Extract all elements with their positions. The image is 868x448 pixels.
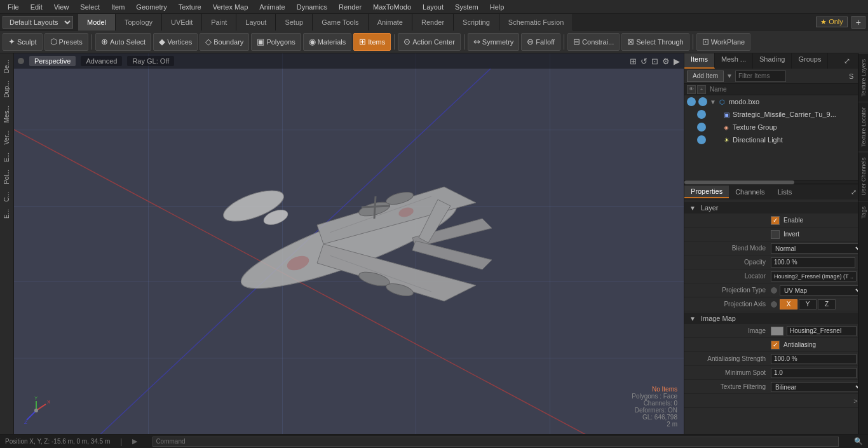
axis-z-input[interactable]	[818, 299, 836, 309]
min-spot-input[interactable]	[771, 368, 857, 378]
left-tab-mesh[interactable]: Mes...	[1, 102, 12, 126]
add-layout-button[interactable]: +	[851, 16, 865, 29]
menu-texture[interactable]: Texture	[173, 2, 207, 12]
item-name[interactable]: Texture Group	[733, 123, 777, 131]
col-plus-icon[interactable]: +	[697, 85, 706, 94]
viewport[interactable]: Perspective Advanced Ray GL: Off ⊞ ↺ ⊡ ⚙…	[14, 53, 684, 434]
left-tab-e[interactable]: E...	[1, 149, 12, 166]
materials-button[interactable]: ◉ Materials	[303, 33, 352, 51]
vtab-texture-layers[interactable]: Texture Layers	[858, 53, 868, 102]
opacity-input[interactable]	[771, 257, 855, 268]
item-name[interactable]: Strategic_Missile_Carrier_Tu_9...	[733, 111, 836, 118]
layout-tab-render[interactable]: Render	[412, 14, 454, 31]
items-button[interactable]: ⊞ Items	[353, 33, 391, 51]
item-visibility2[interactable]	[698, 97, 707, 106]
menu-select[interactable]: Select	[75, 2, 105, 12]
items-tab-shading[interactable]: Shading	[753, 53, 792, 69]
menu-animate[interactable]: Animate	[254, 2, 290, 12]
list-item[interactable]: ▣ Strategic_Missile_Carrier_Tu_9...	[695, 108, 868, 121]
enable-checkbox[interactable]: ✓	[771, 216, 780, 225]
proj-axis-icon[interactable]	[771, 301, 777, 308]
symmetry-button[interactable]: ⇔ Symmetry	[468, 33, 520, 51]
boundary-button[interactable]: ◇ Boundary	[200, 33, 249, 51]
vtab-user-channels[interactable]: User Channels	[858, 152, 868, 201]
status-arrow-icon[interactable]: ▶	[132, 437, 137, 445]
menu-file[interactable]: File	[3, 2, 24, 12]
vtab-tags[interactable]: Tags	[858, 201, 868, 224]
menu-layout[interactable]: Layout	[417, 2, 449, 12]
axis-x-input[interactable]	[780, 299, 797, 309]
layout-tab-setup[interactable]: Setup	[276, 14, 313, 31]
vtab-texture-locator[interactable]: Texture Locator	[858, 102, 868, 152]
list-item[interactable]: ☀ Directional Light	[695, 133, 868, 146]
action-center-button[interactable]: ⊙ Action Center	[398, 33, 461, 51]
viewport-tab-advanced[interactable]: Advanced	[81, 56, 122, 66]
texture-filtering-select[interactable]: Bilinear	[771, 382, 864, 392]
menu-view[interactable]: View	[49, 2, 74, 12]
layout-tab-uvedit[interactable]: UVEdit	[162, 14, 202, 31]
item-name[interactable]: Directional Light	[733, 136, 783, 144]
layout-tab-layout[interactable]: Layout	[236, 14, 276, 31]
props-tab-channels[interactable]: Channels	[729, 186, 771, 198]
list-item[interactable]: ◈ Texture Group	[695, 121, 868, 133]
layout-tab-scripting[interactable]: Scripting	[454, 14, 499, 31]
falloff-button[interactable]: ⊖ Falloff	[521, 33, 560, 51]
menu-maxtomodo[interactable]: MaxToModo	[368, 2, 416, 12]
layout-dropdown[interactable]: Default Layouts	[3, 16, 73, 29]
command-input[interactable]	[153, 437, 839, 447]
left-tab-ver[interactable]: Ver...	[1, 126, 12, 149]
sculpt-button[interactable]: ✦ Sculpt	[3, 33, 43, 51]
item-visibility[interactable]	[697, 123, 706, 132]
left-tab-dup[interactable]: Dup...	[1, 77, 12, 102]
props-tab-lists[interactable]: Lists	[771, 186, 799, 198]
items-expand-icon[interactable]: ⤢	[840, 55, 854, 67]
workplane-button[interactable]: ⊡ WorkPlane	[696, 33, 751, 51]
layout-tab-gametools[interactable]: Game Tools	[313, 14, 369, 31]
aa-strength-input[interactable]	[771, 354, 857, 364]
menu-system[interactable]: System	[450, 2, 484, 12]
menu-vertex-map[interactable]: Vertex Map	[208, 2, 254, 12]
items-s-icon[interactable]: S	[847, 72, 855, 81]
menu-item[interactable]: Item	[106, 2, 130, 12]
constrai-button[interactable]: ⊟ Constrai...	[567, 33, 620, 51]
vertices-button[interactable]: ◆ Vertices	[153, 33, 198, 51]
left-tab-e2[interactable]: E...	[1, 205, 12, 222]
col-eye-icon[interactable]: 👁	[687, 85, 696, 94]
proj-type-icon[interactable]	[771, 287, 777, 294]
viewport-icon-frame[interactable]: ⊡	[651, 57, 658, 66]
viewport-icon-rotate[interactable]: ↺	[641, 57, 648, 66]
item-name[interactable]: modo.bxo	[729, 98, 759, 105]
layout-tab-model[interactable]: Model	[78, 14, 116, 31]
status-search-icon[interactable]: 🔍	[854, 437, 863, 445]
menu-edit[interactable]: Edit	[25, 2, 48, 12]
layout-tab-animate[interactable]: Animate	[369, 14, 412, 31]
viewport-tab-raygl[interactable]: Ray GL: Off	[127, 56, 174, 66]
dropdown-arrow[interactable]: ▼	[726, 72, 733, 79]
items-tab-items[interactable]: Items	[684, 53, 715, 69]
menu-dynamics[interactable]: Dynamics	[292, 2, 332, 12]
blend-mode-select[interactable]: Normal	[771, 243, 864, 254]
viewport-icon-grid[interactable]: ⊞	[630, 57, 637, 66]
add-item-button[interactable]: Add Item	[687, 71, 724, 82]
axis-y-input[interactable]	[799, 299, 817, 309]
items-tab-groups[interactable]: Groups	[792, 53, 828, 69]
polygons-button[interactable]: ▣ Polygons	[251, 33, 301, 51]
viewport-tab-perspective[interactable]: Perspective	[29, 56, 76, 66]
select-through-button[interactable]: ⊠ Select Through	[621, 33, 689, 51]
viewport-icon-settings[interactable]: ⚙	[662, 57, 670, 66]
antialiasing-checkbox[interactable]: ✓	[771, 341, 780, 350]
locator-input[interactable]	[771, 271, 857, 282]
menu-help[interactable]: Help	[485, 2, 510, 12]
item-visibility[interactable]	[697, 110, 706, 119]
viewport-dot[interactable]	[18, 58, 24, 64]
menu-render[interactable]: Render	[334, 2, 367, 12]
auto-select-button[interactable]: ⊕ Auto Select	[95, 33, 151, 51]
section-expand-icon[interactable]: ▼	[689, 205, 696, 212]
item-visibility[interactable]	[697, 135, 706, 144]
list-item[interactable]: ▼ ⬡ modo.bxo	[684, 95, 868, 108]
layout-tab-topology[interactable]: Topology	[116, 14, 162, 31]
item-expand-arrow[interactable]: ▼	[710, 98, 716, 105]
layout-tab-schematic[interactable]: Schematic Fusion	[499, 14, 573, 31]
left-tab-c[interactable]: C...	[1, 188, 12, 206]
viewport-icon-play[interactable]: ▶	[674, 57, 680, 66]
